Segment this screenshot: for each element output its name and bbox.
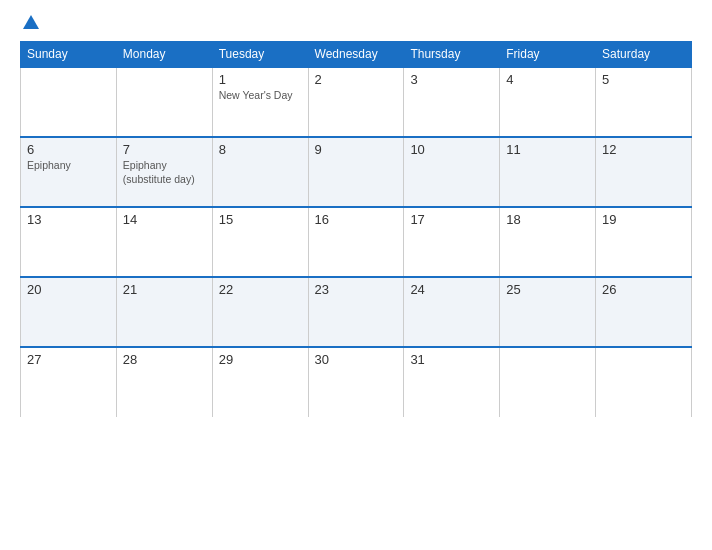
calendar-day-cell: 28 [116, 347, 212, 417]
day-number: 19 [602, 212, 685, 227]
calendar-day-cell: 19 [596, 207, 692, 277]
logo [20, 15, 41, 31]
calendar-day-cell [116, 67, 212, 137]
day-number: 14 [123, 212, 206, 227]
calendar-day-cell: 5 [596, 67, 692, 137]
calendar-week-row: 20212223242526 [21, 277, 692, 347]
day-number: 28 [123, 352, 206, 367]
calendar-week-row: 1New Year's Day2345 [21, 67, 692, 137]
header [20, 15, 692, 31]
day-number: 1 [219, 72, 302, 87]
day-number: 13 [27, 212, 110, 227]
calendar-header: SundayMondayTuesdayWednesdayThursdayFrid… [21, 42, 692, 68]
calendar-week-row: 13141516171819 [21, 207, 692, 277]
day-number: 12 [602, 142, 685, 157]
day-of-week-header: Wednesday [308, 42, 404, 68]
day-of-week-header: Monday [116, 42, 212, 68]
day-event: (substitute day) [123, 173, 206, 187]
day-number: 15 [219, 212, 302, 227]
calendar-table: SundayMondayTuesdayWednesdayThursdayFrid… [20, 41, 692, 417]
day-number: 27 [27, 352, 110, 367]
day-of-week-header: Tuesday [212, 42, 308, 68]
day-number: 25 [506, 282, 589, 297]
day-number: 7 [123, 142, 206, 157]
calendar-day-cell: 14 [116, 207, 212, 277]
calendar-day-cell: 13 [21, 207, 117, 277]
day-number: 26 [602, 282, 685, 297]
calendar-day-cell: 2 [308, 67, 404, 137]
calendar-day-cell [596, 347, 692, 417]
calendar-day-cell: 23 [308, 277, 404, 347]
day-event: Epiphany [123, 159, 206, 173]
day-number: 30 [315, 352, 398, 367]
day-of-week-header: Thursday [404, 42, 500, 68]
day-number: 16 [315, 212, 398, 227]
days-of-week-row: SundayMondayTuesdayWednesdayThursdayFrid… [21, 42, 692, 68]
calendar-day-cell: 15 [212, 207, 308, 277]
calendar-day-cell: 6Epiphany [21, 137, 117, 207]
calendar-day-cell: 17 [404, 207, 500, 277]
day-number: 23 [315, 282, 398, 297]
calendar-day-cell: 26 [596, 277, 692, 347]
calendar-day-cell: 24 [404, 277, 500, 347]
calendar-day-cell: 4 [500, 67, 596, 137]
day-number: 21 [123, 282, 206, 297]
day-number: 6 [27, 142, 110, 157]
day-number: 3 [410, 72, 493, 87]
calendar-day-cell: 12 [596, 137, 692, 207]
calendar-day-cell: 7Epiphany(substitute day) [116, 137, 212, 207]
calendar-day-cell: 22 [212, 277, 308, 347]
calendar-day-cell: 1New Year's Day [212, 67, 308, 137]
day-of-week-header: Sunday [21, 42, 117, 68]
day-number: 29 [219, 352, 302, 367]
calendar-day-cell: 11 [500, 137, 596, 207]
calendar-day-cell: 27 [21, 347, 117, 417]
day-number: 20 [27, 282, 110, 297]
page: SundayMondayTuesdayWednesdayThursdayFrid… [0, 0, 712, 550]
day-number: 4 [506, 72, 589, 87]
calendar-day-cell [21, 67, 117, 137]
calendar-day-cell: 10 [404, 137, 500, 207]
day-of-week-header: Friday [500, 42, 596, 68]
day-of-week-header: Saturday [596, 42, 692, 68]
calendar-day-cell [500, 347, 596, 417]
logo-triangle-icon [23, 15, 39, 29]
calendar-day-cell: 3 [404, 67, 500, 137]
day-number: 10 [410, 142, 493, 157]
day-number: 31 [410, 352, 493, 367]
calendar-day-cell: 18 [500, 207, 596, 277]
calendar-day-cell: 25 [500, 277, 596, 347]
day-number: 24 [410, 282, 493, 297]
day-number: 9 [315, 142, 398, 157]
day-number: 22 [219, 282, 302, 297]
calendar-day-cell: 29 [212, 347, 308, 417]
day-event: New Year's Day [219, 89, 302, 103]
calendar-day-cell: 30 [308, 347, 404, 417]
calendar-week-row: 2728293031 [21, 347, 692, 417]
day-number: 2 [315, 72, 398, 87]
calendar-body: 1New Year's Day23456Epiphany7Epiphany(su… [21, 67, 692, 417]
day-number: 5 [602, 72, 685, 87]
day-number: 18 [506, 212, 589, 227]
calendar-day-cell: 31 [404, 347, 500, 417]
day-event: Epiphany [27, 159, 110, 173]
day-number: 11 [506, 142, 589, 157]
calendar-day-cell: 8 [212, 137, 308, 207]
calendar-day-cell: 9 [308, 137, 404, 207]
calendar-day-cell: 21 [116, 277, 212, 347]
calendar-day-cell: 16 [308, 207, 404, 277]
day-number: 17 [410, 212, 493, 227]
calendar-day-cell: 20 [21, 277, 117, 347]
day-number: 8 [219, 142, 302, 157]
calendar-week-row: 6Epiphany7Epiphany(substitute day)891011… [21, 137, 692, 207]
